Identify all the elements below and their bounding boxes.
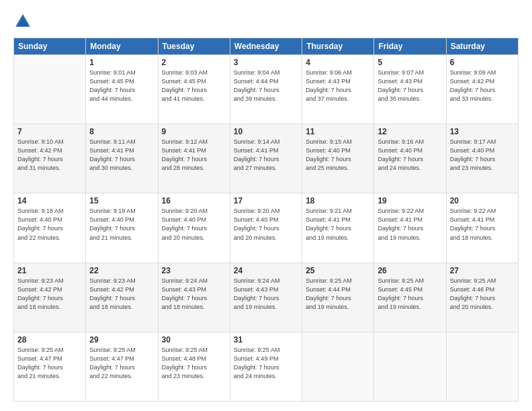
day-cell: 28Sunrise: 9:25 AM Sunset: 4:47 PM Dayli… xyxy=(14,332,86,401)
day-info: Sunrise: 9:07 AM Sunset: 4:43 PM Dayligh… xyxy=(378,68,442,103)
day-number: 28 xyxy=(17,335,82,345)
day-info: Sunrise: 9:19 AM Sunset: 4:40 PM Dayligh… xyxy=(89,207,154,242)
day-number: 4 xyxy=(306,58,370,67)
day-cell: 13Sunrise: 9:17 AM Sunset: 4:40 PM Dayli… xyxy=(446,124,518,193)
day-number: 21 xyxy=(17,266,82,275)
day-cell: 2Sunrise: 9:03 AM Sunset: 4:45 PM Daylig… xyxy=(158,55,230,124)
day-cell: 8Sunrise: 9:11 AM Sunset: 4:41 PM Daylig… xyxy=(86,124,158,193)
day-number: 13 xyxy=(450,127,515,136)
day-info: Sunrise: 9:22 AM Sunset: 4:41 PM Dayligh… xyxy=(450,207,515,242)
day-cell: 24Sunrise: 9:24 AM Sunset: 4:43 PM Dayli… xyxy=(230,263,302,332)
day-cell: 17Sunrise: 9:20 AM Sunset: 4:40 PM Dayli… xyxy=(230,193,302,263)
day-number: 23 xyxy=(162,266,226,275)
day-number: 8 xyxy=(89,127,154,136)
col-header-monday: Monday xyxy=(86,38,158,55)
week-row-4: 21Sunrise: 9:23 AM Sunset: 4:42 PM Dayli… xyxy=(14,263,519,332)
col-header-sunday: Sunday xyxy=(14,38,86,55)
day-number: 18 xyxy=(306,196,370,205)
day-cell: 19Sunrise: 9:22 AM Sunset: 4:41 PM Dayli… xyxy=(374,193,446,263)
day-cell: 15Sunrise: 9:19 AM Sunset: 4:40 PM Dayli… xyxy=(86,193,158,263)
day-number: 15 xyxy=(89,196,154,205)
day-info: Sunrise: 9:23 AM Sunset: 4:42 PM Dayligh… xyxy=(89,277,154,312)
logo-icon xyxy=(13,12,32,31)
day-number: 1 xyxy=(89,58,154,67)
logo xyxy=(13,12,35,31)
day-info: Sunrise: 9:25 AM Sunset: 4:45 PM Dayligh… xyxy=(378,277,442,312)
day-info: Sunrise: 9:12 AM Sunset: 4:41 PM Dayligh… xyxy=(162,138,226,173)
day-info: Sunrise: 9:24 AM Sunset: 4:43 PM Dayligh… xyxy=(162,277,226,312)
day-number: 24 xyxy=(234,266,298,275)
day-cell: 29Sunrise: 9:25 AM Sunset: 4:47 PM Dayli… xyxy=(86,332,158,401)
day-info: Sunrise: 9:01 AM Sunset: 4:45 PM Dayligh… xyxy=(89,68,154,103)
day-cell: 18Sunrise: 9:21 AM Sunset: 4:41 PM Dayli… xyxy=(302,193,374,263)
day-cell: 7Sunrise: 9:10 AM Sunset: 4:42 PM Daylig… xyxy=(14,124,86,193)
day-number: 11 xyxy=(306,127,370,136)
day-cell: 12Sunrise: 9:16 AM Sunset: 4:40 PM Dayli… xyxy=(374,124,446,193)
day-number: 20 xyxy=(450,196,515,205)
day-number: 22 xyxy=(89,266,154,275)
day-info: Sunrise: 9:20 AM Sunset: 4:40 PM Dayligh… xyxy=(234,207,298,242)
day-info: Sunrise: 9:25 AM Sunset: 4:49 PM Dayligh… xyxy=(234,346,298,381)
day-info: Sunrise: 9:16 AM Sunset: 4:40 PM Dayligh… xyxy=(378,138,442,173)
day-info: Sunrise: 9:24 AM Sunset: 4:43 PM Dayligh… xyxy=(234,277,298,312)
day-info: Sunrise: 9:09 AM Sunset: 4:42 PM Dayligh… xyxy=(450,68,515,103)
day-cell: 31Sunrise: 9:25 AM Sunset: 4:49 PM Dayli… xyxy=(230,332,302,401)
day-info: Sunrise: 9:23 AM Sunset: 4:42 PM Dayligh… xyxy=(17,277,82,312)
day-number: 10 xyxy=(234,127,298,136)
col-header-friday: Friday xyxy=(374,38,446,55)
day-number: 14 xyxy=(17,196,82,205)
day-number: 19 xyxy=(378,196,442,205)
day-number: 30 xyxy=(162,335,226,345)
day-cell: 20Sunrise: 9:22 AM Sunset: 4:41 PM Dayli… xyxy=(446,193,518,263)
day-info: Sunrise: 9:22 AM Sunset: 4:41 PM Dayligh… xyxy=(378,207,442,242)
col-header-wednesday: Wednesday xyxy=(230,38,302,55)
day-info: Sunrise: 9:06 AM Sunset: 4:43 PM Dayligh… xyxy=(306,68,370,103)
day-number: 9 xyxy=(162,127,226,136)
day-info: Sunrise: 9:21 AM Sunset: 4:41 PM Dayligh… xyxy=(306,207,370,242)
day-cell xyxy=(302,332,374,401)
day-cell: 21Sunrise: 9:23 AM Sunset: 4:42 PM Dayli… xyxy=(14,263,86,332)
day-info: Sunrise: 9:25 AM Sunset: 4:46 PM Dayligh… xyxy=(450,277,515,312)
col-header-thursday: Thursday xyxy=(302,38,374,55)
day-info: Sunrise: 9:15 AM Sunset: 4:40 PM Dayligh… xyxy=(306,138,370,173)
week-row-2: 7Sunrise: 9:10 AM Sunset: 4:42 PM Daylig… xyxy=(14,124,519,193)
day-number: 2 xyxy=(162,58,226,67)
day-cell: 25Sunrise: 9:25 AM Sunset: 4:44 PM Dayli… xyxy=(302,263,374,332)
day-cell: 9Sunrise: 9:12 AM Sunset: 4:41 PM Daylig… xyxy=(158,124,230,193)
day-cell xyxy=(374,332,446,401)
day-cell: 23Sunrise: 9:24 AM Sunset: 4:43 PM Dayli… xyxy=(158,263,230,332)
day-info: Sunrise: 9:11 AM Sunset: 4:41 PM Dayligh… xyxy=(89,138,154,173)
day-number: 6 xyxy=(450,58,515,67)
day-info: Sunrise: 9:25 AM Sunset: 4:48 PM Dayligh… xyxy=(162,346,226,381)
day-cell: 1Sunrise: 9:01 AM Sunset: 4:45 PM Daylig… xyxy=(86,55,158,124)
day-info: Sunrise: 9:03 AM Sunset: 4:45 PM Dayligh… xyxy=(162,68,226,103)
week-row-1: 1Sunrise: 9:01 AM Sunset: 4:45 PM Daylig… xyxy=(14,55,519,124)
day-cell xyxy=(14,55,86,124)
col-header-tuesday: Tuesday xyxy=(158,38,230,55)
day-cell: 27Sunrise: 9:25 AM Sunset: 4:46 PM Dayli… xyxy=(446,263,518,332)
col-header-saturday: Saturday xyxy=(446,38,518,55)
day-number: 7 xyxy=(17,127,82,136)
day-number: 25 xyxy=(306,266,370,275)
day-cell: 16Sunrise: 9:20 AM Sunset: 4:40 PM Dayli… xyxy=(158,193,230,263)
day-cell: 10Sunrise: 9:14 AM Sunset: 4:41 PM Dayli… xyxy=(230,124,302,193)
calendar-header-row: SundayMondayTuesdayWednesdayThursdayFrid… xyxy=(14,38,519,55)
day-number: 12 xyxy=(378,127,442,136)
day-number: 5 xyxy=(378,58,442,67)
day-number: 16 xyxy=(162,196,226,205)
page: SundayMondayTuesdayWednesdayThursdayFrid… xyxy=(0,0,532,411)
day-cell: 11Sunrise: 9:15 AM Sunset: 4:40 PM Dayli… xyxy=(302,124,374,193)
header xyxy=(13,12,519,31)
day-info: Sunrise: 9:17 AM Sunset: 4:40 PM Dayligh… xyxy=(450,138,515,173)
day-number: 17 xyxy=(234,196,298,205)
day-info: Sunrise: 9:14 AM Sunset: 4:41 PM Dayligh… xyxy=(234,138,298,173)
day-info: Sunrise: 9:10 AM Sunset: 4:42 PM Dayligh… xyxy=(17,138,82,173)
day-info: Sunrise: 9:20 AM Sunset: 4:40 PM Dayligh… xyxy=(162,207,226,242)
day-number: 26 xyxy=(378,266,442,275)
day-info: Sunrise: 9:25 AM Sunset: 4:47 PM Dayligh… xyxy=(89,346,154,381)
day-cell: 6Sunrise: 9:09 AM Sunset: 4:42 PM Daylig… xyxy=(446,55,518,124)
day-info: Sunrise: 9:25 AM Sunset: 4:44 PM Dayligh… xyxy=(306,277,370,312)
day-cell xyxy=(446,332,518,401)
day-cell: 14Sunrise: 9:18 AM Sunset: 4:40 PM Dayli… xyxy=(14,193,86,263)
day-info: Sunrise: 9:25 AM Sunset: 4:47 PM Dayligh… xyxy=(17,346,82,381)
